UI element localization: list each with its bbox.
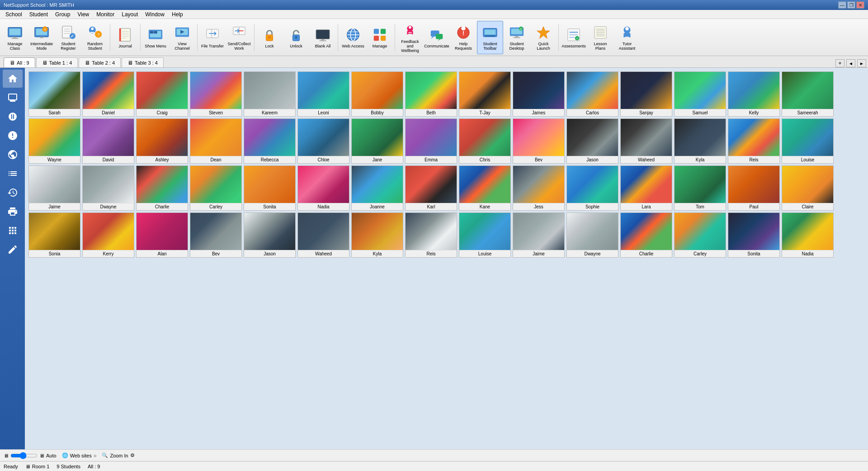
sidebar-home[interactable] xyxy=(3,70,23,88)
student-kane[interactable]: Kane xyxy=(459,165,511,211)
show-menu-button[interactable]: Show Menu xyxy=(142,21,169,54)
menu-student[interactable]: Student xyxy=(26,10,52,19)
student-reis-2[interactable]: Reis xyxy=(405,212,457,258)
student-nadia-2[interactable]: Nadia xyxy=(782,212,834,258)
web-sites-item[interactable]: 🌐 Web sites ○ xyxy=(62,452,97,458)
student-jaime-2[interactable]: Jaime xyxy=(513,212,565,258)
sidebar-globe[interactable] xyxy=(3,146,23,164)
tutor-assistant-button[interactable]: Tutor Assistant xyxy=(614,21,640,54)
close-button[interactable]: ✕ xyxy=(856,1,864,9)
file-transfer-button[interactable]: File Transfer xyxy=(199,21,226,54)
student-bev-2[interactable]: Bev xyxy=(190,212,242,258)
thumbnail-size-item[interactable]: 🖥 🖥 Auto xyxy=(4,452,57,459)
menu-layout[interactable]: Layout xyxy=(118,10,142,19)
student-alan[interactable]: Alan xyxy=(136,212,188,258)
student-craig[interactable]: Craig xyxy=(136,71,188,117)
student-jane[interactable]: Jane xyxy=(351,118,403,164)
student-carley-2[interactable]: Carley xyxy=(674,212,726,258)
student-kareem[interactable]: Kareem xyxy=(244,71,296,117)
menu-window[interactable]: Window xyxy=(142,10,168,19)
student-emma[interactable]: Emma xyxy=(405,118,457,164)
quick-launch-button[interactable]: Quick Launch xyxy=(530,21,557,54)
menu-group[interactable]: Group xyxy=(52,10,74,19)
student-leoni[interactable]: Leoni xyxy=(297,71,349,117)
tab-all[interactable]: 🖥 All : 9 xyxy=(4,57,35,67)
student-carley-1[interactable]: Carley xyxy=(190,165,242,211)
student-charlie-1[interactable]: Charlie xyxy=(136,165,188,211)
menu-view[interactable]: View xyxy=(74,10,93,19)
help-requests-button[interactable]: ! Help Requests xyxy=(450,21,476,54)
menu-school[interactable]: School xyxy=(2,10,26,19)
menu-help[interactable]: Help xyxy=(168,10,187,19)
student-louise-2[interactable]: Louise xyxy=(459,212,511,258)
student-sonita-2[interactable]: Sonita xyxy=(728,212,780,258)
student-sonita-1[interactable]: Sonita xyxy=(244,165,296,211)
student-waheed-2[interactable]: Waheed xyxy=(297,212,349,258)
student-waheed-1[interactable]: Waheed xyxy=(620,118,672,164)
student-paul[interactable]: Paul xyxy=(728,165,780,211)
student-ashley[interactable]: Ashley xyxy=(136,118,188,164)
scroll-tabs-left[interactable]: ◄ xyxy=(846,59,855,67)
scroll-tabs-right[interactable]: ► xyxy=(857,59,866,67)
student-sameerah[interactable]: Sameerah xyxy=(782,71,834,117)
student-jason-1[interactable]: Jason xyxy=(566,118,618,164)
manage-button[interactable]: Manage xyxy=(367,21,393,54)
student-james[interactable]: James xyxy=(513,71,565,117)
student-toolbar-button[interactable]: Student Toolbar xyxy=(477,21,503,54)
student-sonia[interactable]: Sonia xyxy=(28,212,80,258)
student-tom[interactable]: Tom xyxy=(674,165,726,211)
student-kerry[interactable]: Kerry xyxy=(82,212,134,258)
student-lara[interactable]: Lara xyxy=(620,165,672,211)
sidebar-audio[interactable] xyxy=(3,108,23,126)
sidebar-attention[interactable] xyxy=(3,127,23,145)
sidebar-pen[interactable] xyxy=(3,240,23,259)
student-karl[interactable]: Karl xyxy=(405,165,457,211)
add-tab-button[interactable]: + xyxy=(835,59,844,67)
student-louise-1[interactable]: Louise xyxy=(782,118,834,164)
student-wayne[interactable]: Wayne xyxy=(28,118,80,164)
tab-table2[interactable]: 🖥 Table 2 : 4 xyxy=(79,57,121,67)
student-nadia-1[interactable]: Nadia xyxy=(297,165,349,211)
student-sophie[interactable]: Sophie xyxy=(566,165,618,211)
communicate-button[interactable]: Communicate xyxy=(424,21,450,54)
student-register-button[interactable]: ✓ Student Register xyxy=(55,21,81,54)
zoom-in-item[interactable]: 🔍 Zoom In ⚙ xyxy=(102,452,134,458)
sidebar-list[interactable] xyxy=(3,165,23,183)
student-kyla-2[interactable]: Kyla xyxy=(351,212,403,258)
student-claire[interactable]: Claire xyxy=(782,165,834,211)
student-tjay[interactable]: T-Jay xyxy=(459,71,511,117)
student-jess[interactable]: Jess xyxy=(513,165,565,211)
student-dwayne-2[interactable]: Dwayne xyxy=(566,212,618,258)
student-david[interactable]: David xyxy=(82,118,134,164)
student-reis-1[interactable]: Reis xyxy=(728,118,780,164)
journal-button[interactable]: Journal xyxy=(112,21,138,54)
student-dwayne-1[interactable]: Dwayne xyxy=(82,165,134,211)
student-beth[interactable]: Beth xyxy=(405,71,457,117)
window-controls[interactable]: — ❐ ✕ xyxy=(838,1,864,9)
student-sarah[interactable]: Sarah xyxy=(28,71,80,117)
sidebar-printer[interactable] xyxy=(3,203,23,221)
student-kyla-1[interactable]: Kyla xyxy=(674,118,726,164)
student-jaime-1[interactable]: Jaime xyxy=(28,165,80,211)
tab-table1[interactable]: 🖥 Table 1 : 4 xyxy=(36,57,78,67)
student-joanne[interactable]: Joanne xyxy=(351,165,403,211)
student-bev-1[interactable]: Bev xyxy=(513,118,565,164)
student-bobby[interactable]: Bobby xyxy=(351,71,403,117)
view-channel-button[interactable]: View Channel xyxy=(169,21,195,54)
student-chris[interactable]: Chris xyxy=(459,118,511,164)
student-rebecca[interactable]: Rebecca xyxy=(244,118,296,164)
student-sanjay[interactable]: Sanjay xyxy=(620,71,672,117)
feedback-button[interactable]: Feedback and Wellbeing xyxy=(397,21,423,54)
student-dean[interactable]: Dean xyxy=(190,118,242,164)
student-daniel[interactable]: Daniel xyxy=(82,71,134,117)
restore-button[interactable]: ❐ xyxy=(847,1,855,9)
thumbnail-size-slider[interactable] xyxy=(10,452,38,459)
lesson-plans-button[interactable]: Lesson Plans xyxy=(587,21,613,54)
student-desktop-button[interactable]: D Student Desktop xyxy=(504,21,530,54)
tab-table3[interactable]: 🖥 Table 3 : 4 xyxy=(122,57,164,67)
student-kelly[interactable]: Kelly xyxy=(728,71,780,117)
manage-class-button[interactable]: Manage Class xyxy=(2,21,28,54)
unlock-button[interactable]: Unlock xyxy=(283,21,309,54)
menu-monitor[interactable]: Monitor xyxy=(93,10,118,19)
random-student-button[interactable]: ? Random Student xyxy=(82,21,108,54)
